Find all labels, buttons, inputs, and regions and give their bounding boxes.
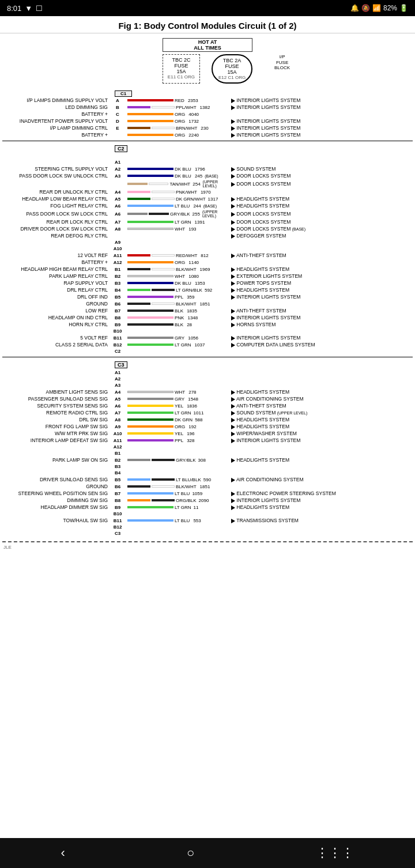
pin-label: B6 [109,300,126,307]
pin-label: A2 [109,165,126,172]
ip-fuse-label: I/PFUSEBLOCK [274,54,290,71]
wire-row: PASS DOOR LOCK SW LOCK CTRL A6 GRY/BLK25… [2,209,413,218]
destination-label: COMPUTER DATA LINES SYSTEM [230,341,413,348]
destination-label [230,188,413,195]
left-label: W/W MTR PRK SW SIG [2,430,109,437]
fuse-left-rating: 15A [168,69,195,74]
fuse-right-type: FUSE [218,63,246,69]
c2-wiring-table: A1 STEERING CTRL SUPPLY VOLT A2 DK BLU17… [2,153,413,354]
wire-row: REAR DR LOCK RLY CTRL A7 LT GRN1391 DOOR… [2,218,413,225]
wire-cell: LT BLU1059 [126,490,230,497]
destination-label: ANTI-THEFT SYSTEM [230,252,413,259]
bottom-divider [2,541,413,542]
pin-label: A10 [109,430,126,437]
wire-row: HEADLAMP DIMMER SW SIG B9 LT GRN11 HEADL… [2,504,413,511]
wire-row: STEERING WHEEL POSITION SEN SIG B7 LT BL… [2,490,413,497]
left-label: DRL OFF IND [2,293,109,300]
wire-row: I/P LAMPS DIMMING SUPPLY VOLT A RED2353 … [2,97,413,104]
wire-row: W/W MTR PRK SW SIG A10 YEL196 WIPER/WASH… [2,430,413,437]
left-label: REMOTE RADIO CTRL SIG [2,409,109,416]
wire-cell: WHT278 [126,388,230,395]
destination-label [230,111,413,118]
destination-label: INTERIOR LIGHTS SYSTEM [230,118,413,124]
destination-label: EXTERIOR LIGHTS SYSTEM [230,273,413,280]
destination-label: INTERIOR LIGHTS SYSTEM [230,437,413,444]
left-label: 5 VOLT REF [2,334,109,341]
pin-label: B5 [109,293,126,300]
left-label: HORN RLY CTRL [2,321,109,328]
left-label: PARK LAMP SW ON SIG [2,456,109,463]
wire-cell: LT GRN/BLK592 [126,286,230,293]
destination-label: HEADLIGHTS SYSTEM [230,286,413,293]
left-label: REAR DR LOCK RLY CTRL [2,218,109,225]
fuse-left-type: FUSE [168,63,195,69]
status-right: 🔔 🔕 📶 82% 🔋 [350,4,408,12]
wire-row: BATTERY + ORG2240 INTERIOR LIGHTS SYSTEM [2,131,413,138]
left-label: LED DIMMING SIG [2,104,109,111]
left-label: SECURITY SYSTEM SENS SIG [2,402,109,409]
destination-label: HEADLIGHTS SYSTEM [230,423,413,430]
status-bar: 8:01 ▼ ☐ 🔔 🔕 📶 82% 🔋 [0,0,415,16]
left-label: HEADLAMP ON IND CTRL [2,314,109,321]
pin-label: A11 [109,437,126,444]
wire-cell: DK BLU1796 [126,165,230,172]
left-label [2,159,109,165]
left-label: TOW/HAUL SW SIG [2,517,109,524]
sim-icon: ☐ [36,4,43,13]
left-label: FOG LIGHT RELAY CTRL [2,202,109,209]
back-button[interactable]: ‹ [44,841,82,865]
left-label: HEADLAMP LOW BEAM RELAY CTRL [2,195,109,202]
wire-cell: LT BLU553 [126,517,230,524]
pin-label: A8 [109,416,126,423]
battery-icon: 🔋 [399,4,408,12]
home-button[interactable]: ○ [169,841,212,865]
wire-cell: LT BLU244(BASE) [126,202,230,209]
pin-label: B3 [109,280,126,286]
pin-label: A11 [109,252,126,259]
wire-row: GROUND B6 BLK/WHT1851 [2,483,413,490]
wire-cell: GRY1056 [126,334,230,341]
destination-label: INTERIOR LIGHTS SYSTEM [230,131,413,138]
destination-label: ANTI-THEFT SYSTEM [230,307,413,314]
pin-label: A [109,97,126,104]
destination-label: INTERIOR LIGHTS SYSTEM [230,293,413,300]
page-title: Fig 1: Body Control Modules Circuit (1 o… [0,16,415,33]
destination-label: DOOR LOCKS SYSTEM [230,172,413,179]
wire-cell: BLK/WHT1969 [126,266,230,273]
wire-cell: LT BLU/BLK590 [126,476,230,483]
wire-row: PARK LAMP RELAY CTRL B2 WHT1080 EXTERIOR… [2,273,413,280]
pin-label: A6 [109,209,126,218]
left-label: DIMMING SW SIG [2,497,109,504]
left-label: DRL RELAY CTRL [2,286,109,293]
wire-cell: ORG192 [126,423,230,430]
battery-label: 82% [383,4,397,12]
alarm-icon: 🔔 [350,4,359,12]
wire-row: PASS DOOR LOCK SW UNLOCK CTRL A3 DK BLU2… [2,172,413,179]
wire-row: INTERIOR LAMP DEFEAT SW SIG A11 PPL328 I… [2,437,413,444]
pin-label: C [109,111,126,118]
wire-row: INADVERTENT POWER SUPPLY VOLT D ORG1732 … [2,118,413,124]
pin-label [109,179,126,188]
destination-label: INTERIOR LIGHTS SYSTEM [230,314,413,321]
wire-cell: PNK/WHT1970 [126,188,230,195]
pin-label: A7 [109,409,126,416]
destination-label [230,483,413,490]
pin-label: B2 [109,456,126,463]
destination-label: POWER TOPS SYSTEM [230,280,413,286]
wire-cell: DK BLU245(BASE) [126,172,230,179]
left-label: HEADLAMP HIGH BEAM RELAY CTRL [2,266,109,273]
left-label: REAR DEFOG RLY CTRL [2,232,109,239]
wire-cell: LT GRN1011 [126,409,230,416]
destination-label: ELECTRONIC POWER STEERING SYSTEM [230,490,413,497]
wire-row: DRIVER SUNLOAD SENS SIG B5 LT BLU/BLK590… [2,476,413,483]
pin-label: A1 [109,159,126,165]
pin-label: B1 [109,266,126,273]
pin-label [109,232,126,239]
left-label: FRONT FOG LAMP SW SIG [2,423,109,430]
pin-label: B8 [109,314,126,321]
menu-button[interactable]: ⋮⋮⋮ [299,841,371,865]
wire-row: STEERING CTRL SUPPLY VOLT A2 DK BLU1796 … [2,165,413,172]
pin-label: A4 [109,388,126,395]
wire-row: SECURITY SYSTEM SENS SIG A6 YEL1836 ANTI… [2,402,413,409]
pin-label: B [109,104,126,111]
